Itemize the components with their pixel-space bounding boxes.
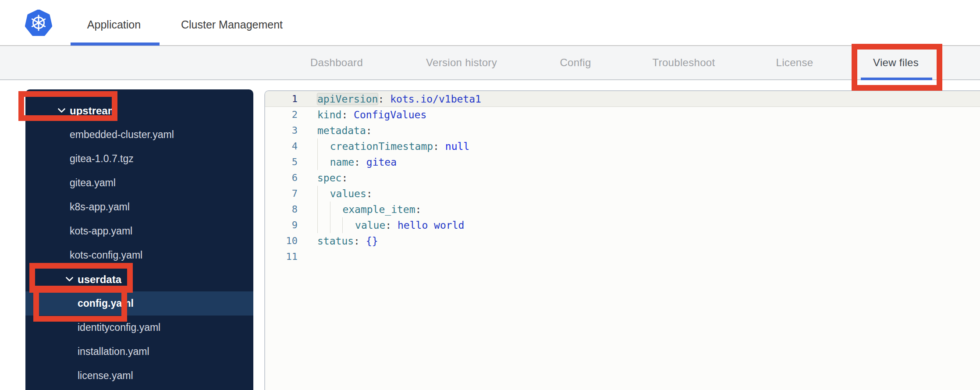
header-tab-application[interactable]: Application: [87, 18, 141, 31]
code-token: metadata: [317, 125, 366, 136]
line-number: 9: [265, 217, 298, 233]
file-tree-sidebar: upstreamembedded-cluster.yamlgitea-1.0.7…: [25, 89, 253, 390]
code-line-8: 8example_item:: [265, 202, 980, 217]
code-text: values:: [317, 186, 373, 202]
code-token: :: [378, 93, 390, 105]
tree-item-label: k8s-app.yaml: [70, 201, 130, 213]
indent-guide: [330, 217, 343, 233]
subnav-tab-view-files[interactable]: View files: [873, 57, 919, 69]
code-token: :: [341, 109, 354, 121]
tree-file-gitea-yaml[interactable]: gitea.yaml: [25, 171, 253, 195]
code-line-11: 11: [265, 249, 980, 265]
app-subnav: DashboardVersion historyConfigTroublesho…: [0, 46, 980, 80]
highlighted-token: apiVersion: [317, 93, 378, 105]
tree-folder-userdata[interactable]: userdata: [25, 267, 253, 291]
code-text: example_item:: [317, 202, 421, 217]
code-line-10: 10status: {}: [265, 233, 980, 249]
indent-guide: [342, 217, 355, 233]
code-token: value: [355, 220, 385, 231]
code-text: kind: ConfigValues: [317, 107, 426, 123]
tree-file-kots-app-yaml[interactable]: kots-app.yaml: [25, 219, 253, 243]
tree-item-label: installation.yaml: [78, 346, 149, 358]
indent-guide: [317, 186, 330, 202]
tree-file-gitea-1-0-7-tgz[interactable]: gitea-1.0.7.tgz: [25, 147, 253, 171]
line-number: 11: [265, 249, 298, 265]
kots-admin-console: ApplicationCluster Management DashboardV…: [0, 0, 980, 390]
kubernetes-logo-icon: [25, 10, 52, 37]
subnav-tab-version-history[interactable]: Version history: [426, 57, 497, 69]
tree-item-label: userdata: [78, 273, 121, 286]
chevron-down-icon: [58, 108, 65, 113]
subnav-tab-config[interactable]: Config: [560, 57, 591, 69]
code-token: kots.io/v1beta1: [390, 93, 481, 105]
tree-file-kots-config-yaml[interactable]: kots-config.yaml: [25, 243, 253, 267]
code-token: :: [433, 141, 445, 152]
line-number: 8: [265, 202, 298, 217]
code-text: spec:: [317, 170, 348, 186]
code-text: value: hello world: [317, 217, 464, 233]
indent-guide: [330, 202, 343, 217]
tree-file-k8s-app-yaml[interactable]: k8s-app.yaml: [25, 195, 253, 219]
code-token: hello world: [398, 220, 464, 231]
code-token: spec: [317, 172, 341, 184]
code-line-4: 4creationTimestamp: null: [265, 138, 980, 154]
tree-file-license-yaml[interactable]: license.yaml: [25, 364, 253, 388]
tree-file-config-yaml[interactable]: config.yaml: [25, 291, 253, 316]
code-token: null: [445, 141, 469, 152]
code-line-7: 7values:: [265, 186, 980, 202]
code-token: :: [415, 204, 422, 215]
indent-guide: [317, 202, 330, 217]
tree-file-installation-yaml[interactable]: installation.yaml: [25, 340, 253, 364]
line-number: 4: [265, 138, 298, 154]
code-token: :: [354, 235, 366, 247]
line-number: 6: [265, 170, 298, 186]
tree-item-label: config.yaml: [78, 298, 134, 309]
code-text: name: gitea: [317, 154, 397, 170]
tree-item-label: kots-config.yaml: [70, 249, 142, 261]
code-text: metadata:: [317, 123, 372, 138]
subnav-tab-dashboard[interactable]: Dashboard: [310, 57, 363, 69]
code-token: example_item: [342, 204, 415, 215]
indent-guide: [317, 138, 330, 154]
code-token: name: [330, 156, 354, 168]
tree-item-label: gitea-1.0.7.tgz: [70, 153, 134, 165]
active-subtab-underline: [861, 78, 932, 80]
tree-file-embedded-cluster-yaml[interactable]: embedded-cluster.yaml: [25, 123, 253, 147]
yaml-file-viewer[interactable]: 1apiVersion: kots.io/v1beta12kind: Confi…: [264, 90, 980, 390]
tree-file-identityconfig-yaml[interactable]: identityconfig.yaml: [25, 316, 253, 340]
code-text: status: {}: [317, 233, 378, 249]
line-number: 1: [265, 91, 298, 107]
code-token: :: [366, 188, 373, 199]
tree-folder-upstream[interactable]: upstream: [25, 99, 253, 123]
code-token: status: [317, 235, 354, 247]
code-text: apiVersion: kots.io/v1beta1: [317, 91, 481, 107]
code-token: kind: [317, 109, 341, 121]
indent-guide: [317, 154, 330, 170]
line-number: 2: [265, 107, 298, 123]
subnav-tab-troubleshoot[interactable]: Troubleshoot: [653, 57, 715, 69]
code-token: :: [366, 125, 372, 136]
line-number: 5: [265, 154, 298, 170]
indent-guide: [317, 217, 330, 233]
code-token: :: [341, 172, 348, 184]
code-token: values: [330, 188, 366, 199]
code-line-5: 5name: gitea: [265, 154, 980, 170]
tree-item-label: embedded-cluster.yaml: [70, 129, 174, 141]
tree-item-label: upstream: [70, 105, 117, 117]
tree-item-label: kots-app.yaml: [70, 225, 132, 237]
code-token: gitea: [366, 156, 397, 168]
header-tab-cluster-management[interactable]: Cluster Management: [181, 18, 283, 31]
code-token: :: [385, 220, 398, 231]
top-header: ApplicationCluster Management: [0, 0, 980, 46]
code-line-9: 9value: hello world: [265, 217, 980, 233]
active-tab-underline: [71, 43, 160, 46]
subnav-tab-license[interactable]: License: [776, 57, 813, 69]
line-number: 7: [265, 186, 298, 202]
tree-item-label: gitea.yaml: [70, 177, 116, 189]
chevron-down-icon: [66, 277, 73, 282]
code-lines: 1apiVersion: kots.io/v1beta12kind: Confi…: [265, 91, 980, 265]
code-token: ConfigValues: [354, 109, 426, 121]
code-line-3: 3metadata:: [265, 123, 980, 138]
code-token: creationTimestamp: [330, 141, 433, 152]
line-number: 3: [265, 123, 298, 138]
